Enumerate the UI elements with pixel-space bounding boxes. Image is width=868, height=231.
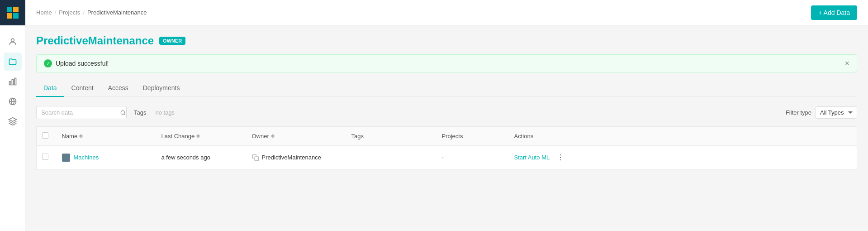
svg-rect-1 [9, 82, 10, 85]
main-content: Home / Projects / PredictiveMaintenance … [25, 0, 868, 231]
sidebar-item-folder[interactable] [4, 53, 22, 71]
tab-access[interactable]: Access [101, 80, 136, 97]
tags-label: Tags [134, 109, 146, 116]
table-col-name: Name [55, 127, 154, 146]
breadcrumb: Home / Projects / PredictiveMaintenance [36, 9, 147, 16]
sort-down-icon-lc [196, 136, 200, 138]
owner-cell: PredictiveMaintenance [252, 154, 337, 161]
logo-sq-2 [13, 7, 19, 12]
tab-deployments[interactable]: Deployments [136, 80, 187, 97]
start-automl-link[interactable]: Start Auto ML [514, 154, 550, 161]
table-col-actions: Actions [507, 127, 857, 146]
svg-point-5 [121, 111, 124, 114]
table-header-checkbox [37, 127, 55, 146]
success-icon: ✓ [44, 59, 52, 67]
sidebar-item-user[interactable] [4, 33, 22, 51]
search-box [36, 106, 127, 119]
row-checkbox[interactable] [42, 154, 48, 160]
table-col-projects: Projects [435, 127, 507, 146]
row-owner: PredictiveMaintenance [262, 154, 322, 161]
sort-up-icon-lc [196, 134, 200, 136]
search-button[interactable] [120, 110, 126, 116]
topbar: Home / Projects / PredictiveMaintenance … [25, 0, 868, 25]
sidebar-item-globe[interactable] [4, 92, 22, 111]
sidebar-nav [0, 25, 25, 130]
tab-content[interactable]: Content [64, 80, 101, 97]
add-data-button[interactable]: + Add Data [811, 5, 857, 20]
actions-cell: Start Auto ML ⋮ [514, 152, 850, 163]
breadcrumb-current: PredictiveMaintenance [87, 9, 147, 16]
breadcrumb-home[interactable]: Home [36, 9, 52, 16]
svg-rect-2 [12, 80, 13, 85]
success-message: Upload successful! [56, 60, 109, 67]
sort-icon-owner [271, 134, 275, 138]
page-header: PredictiveMaintenance OWNER [36, 34, 857, 47]
page-title: PredictiveMaintenance [36, 34, 154, 47]
breadcrumb-sep-2: / [83, 9, 85, 16]
svg-rect-3 [14, 78, 16, 85]
row-owner-cell: PredictiveMaintenance [245, 146, 344, 169]
select-all-checkbox[interactable] [42, 132, 48, 139]
owner-copy-icon [252, 154, 259, 161]
row-name-link[interactable]: Machines [74, 154, 99, 161]
filter-label: Filter type [786, 109, 811, 116]
table-col-lastchange: Last Change [154, 127, 245, 146]
success-banner: ✓ Upload successful! × [36, 54, 857, 72]
sidebar-item-layers[interactable] [4, 112, 22, 130]
sort-lastchange[interactable]: Last Change [161, 133, 237, 140]
tabs: Data Content Access Deployments [36, 80, 857, 97]
table-row: Machines a few seconds ago PredictiveMai… [37, 146, 857, 169]
row-lastchange: a few seconds ago [161, 154, 210, 161]
row-lastchange-cell: a few seconds ago [154, 146, 245, 169]
breadcrumb-sep-1: / [55, 9, 57, 16]
sidebar-item-chart[interactable] [4, 72, 22, 91]
logo-sq-4 [13, 13, 19, 19]
row-actions-cell: Start Auto ML ⋮ [507, 146, 857, 169]
tags-value: no tags [155, 109, 175, 116]
svg-point-0 [11, 38, 14, 42]
table-col-owner: Owner [245, 127, 344, 146]
table-col-tags: Tags [344, 127, 435, 146]
logo [0, 0, 25, 25]
more-actions-button[interactable]: ⋮ [555, 152, 566, 163]
toolbar: Tags no tags Filter type All Types [36, 106, 857, 119]
sort-down-icon [79, 136, 83, 138]
success-banner-content: ✓ Upload successful! [44, 59, 109, 67]
sidebar [0, 0, 25, 231]
sort-up-icon [79, 134, 83, 136]
row-type-icon [62, 154, 70, 162]
breadcrumb-projects[interactable]: Projects [59, 9, 80, 16]
sort-owner[interactable]: Owner [252, 133, 337, 140]
owner-badge: OWNER [159, 37, 185, 45]
table-body: Machines a few seconds ago PredictiveMai… [37, 146, 857, 169]
sort-name[interactable]: Name [62, 133, 147, 140]
close-banner-button[interactable]: × [844, 59, 849, 67]
search-input[interactable] [41, 109, 117, 116]
row-projects: - [442, 154, 444, 161]
row-checkbox-cell [37, 146, 55, 169]
logo-sq-3 [7, 13, 12, 19]
content-area: PredictiveMaintenance OWNER ✓ Upload suc… [25, 25, 868, 231]
logo-sq-1 [7, 7, 12, 12]
row-name-cell: Machines [55, 146, 154, 169]
row-tags-cell [344, 146, 435, 169]
table-header: Name Last Change [37, 127, 857, 146]
tab-data[interactable]: Data [36, 80, 64, 97]
row-name-container: Machines [62, 154, 147, 162]
sort-up-icon-o [271, 134, 275, 136]
filter-section: Filter type All Types [786, 106, 857, 119]
sort-down-icon-o [271, 136, 275, 138]
sort-icon-lastchange [196, 134, 200, 138]
svg-rect-6 [255, 157, 259, 161]
sort-icon-name [79, 134, 83, 138]
logo-squares [7, 7, 19, 19]
data-table: Name Last Change [36, 126, 857, 169]
row-projects-cell: - [435, 146, 507, 169]
filter-select[interactable]: All Types [815, 106, 857, 119]
